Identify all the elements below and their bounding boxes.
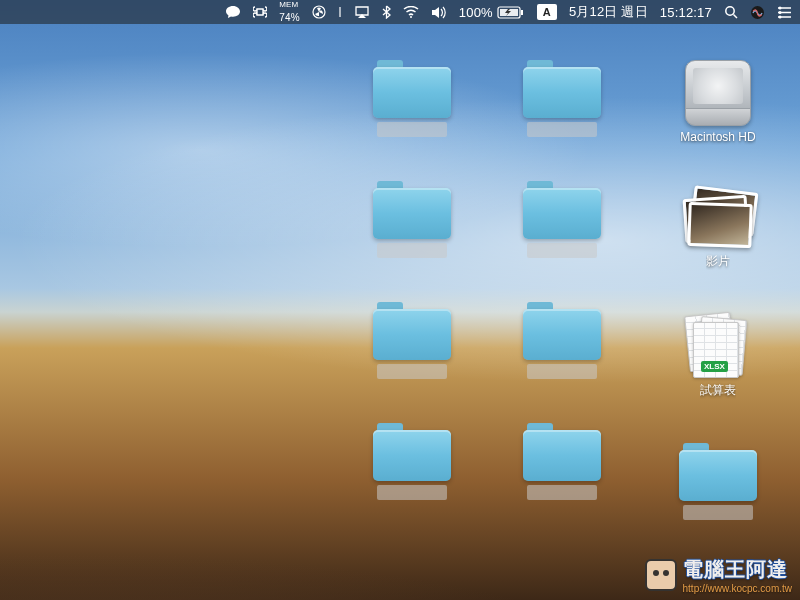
folder-icon [679,443,757,501]
battery-percent: 100% [459,5,493,20]
desktop-folder[interactable] [512,302,612,379]
desktop-folder[interactable] [512,181,612,258]
icon-label: Macintosh HD [680,130,755,145]
desktop-folder[interactable] [362,181,462,258]
battery-status[interactable]: 100% [459,5,525,20]
icon-label [527,485,597,500]
mem-label: MEM [279,1,298,9]
svg-point-6 [726,7,734,15]
memory-monitor[interactable]: MEM 74% [279,1,300,23]
folder-icon [523,60,601,118]
desktop-folder[interactable] [362,60,462,137]
watermark-url: http://www.kocpc.com.tw [683,583,792,594]
command-icon[interactable] [253,5,267,19]
xlsx-badge: XLSX [701,361,728,372]
watermark-title: 電腦王阿達 [683,556,792,583]
hdd-icon [685,60,751,126]
input-source-letter: A [537,4,557,20]
folder-icon [373,60,451,118]
mem-percent: 74% [279,13,300,23]
icon-label [377,243,447,258]
svg-point-12 [779,6,782,9]
folder-icon [373,181,451,239]
icon-label [377,485,447,500]
desktop-folder[interactable] [362,423,462,500]
icon-label [377,122,447,137]
folder-icon [523,181,601,239]
folder-icon [523,423,601,481]
svg-line-7 [734,15,738,19]
svg-point-14 [779,15,782,18]
icon-label: 試算表 [700,382,736,399]
notification-center-icon[interactable] [777,6,792,19]
spotlight-icon[interactable] [724,5,738,19]
volume-icon[interactable] [431,6,447,19]
icon-label [527,243,597,258]
svg-point-13 [779,11,782,14]
messages-icon[interactable] [225,5,241,19]
video-stack-icon [682,189,754,249]
divider-icon [338,5,342,19]
input-source[interactable]: A [537,4,557,20]
menu-bar: MEM 74% 100% A 5月12日 週日 15:12:17 [0,0,800,24]
bluetooth-icon[interactable] [382,5,391,19]
wifi-icon[interactable] [403,6,419,18]
folder-icon [373,423,451,481]
watermark-mascot-icon [645,559,677,591]
drive-macintosh-hd[interactable]: Macintosh HD [668,60,768,145]
svg-point-2 [410,16,412,18]
date-display[interactable]: 5月12日 週日 [569,3,648,21]
desktop-folder[interactable] [362,302,462,379]
fan-icon[interactable] [312,5,326,19]
icon-label [527,122,597,137]
siri-icon[interactable] [750,5,765,20]
time-display[interactable]: 15:12:17 [660,5,712,20]
icon-label: 影片 [706,253,730,270]
icon-label [527,364,597,379]
stack-videos[interactable]: 影片 [668,189,768,270]
stack-spreadsheets[interactable]: XLSX 試算表 [668,314,768,399]
desktop-folder[interactable] [668,443,768,520]
svg-rect-1 [339,7,341,17]
desktop-folder[interactable] [512,60,612,137]
folder-icon [523,302,601,360]
icon-label [683,505,753,520]
desktop-folder[interactable] [512,423,612,500]
folder-icon [373,302,451,360]
desktop[interactable]: Macintosh HD 影片 XLSX 試算表 [0,24,800,600]
source-watermark: 電腦王阿達 http://www.kocpc.com.tw [645,556,792,594]
svg-rect-4 [521,10,523,15]
airplay-icon[interactable] [354,6,370,19]
icon-label [377,364,447,379]
spreadsheet-stack-icon: XLSX [685,314,751,378]
